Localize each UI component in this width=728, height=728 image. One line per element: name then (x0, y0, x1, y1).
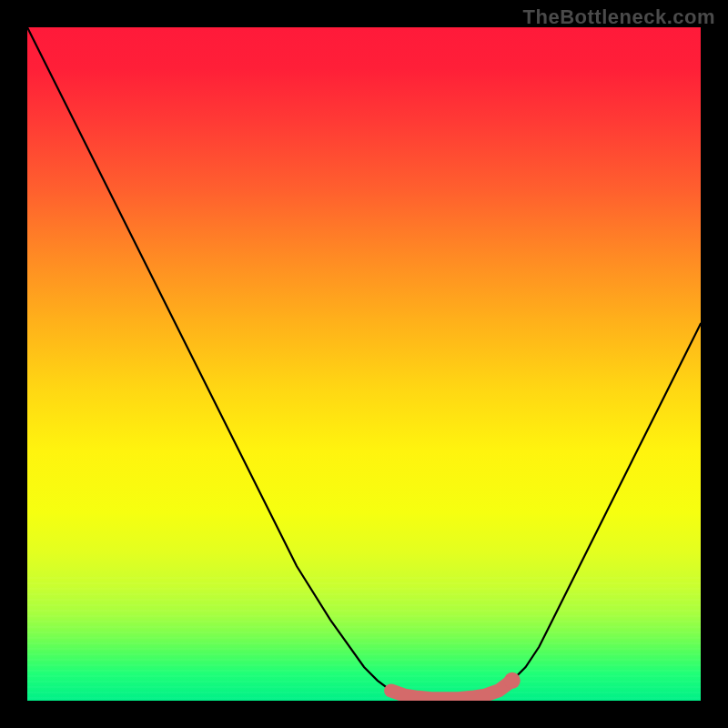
bottleneck-curve (27, 27, 701, 699)
curve-svg (27, 27, 701, 701)
plot-area (27, 27, 701, 701)
watermark-text: TheBottleneck.com (523, 5, 715, 29)
chart-frame: TheBottleneck.com (0, 0, 728, 728)
valley-highlight (391, 681, 512, 699)
valley-end-dot (504, 672, 521, 689)
